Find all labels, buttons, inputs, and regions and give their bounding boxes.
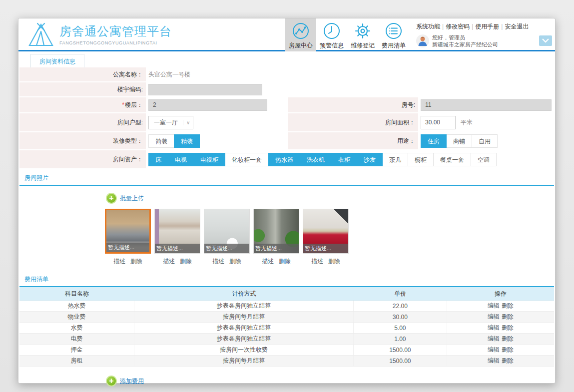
asset-aircon[interactable]: 空调 <box>471 153 497 166</box>
photo-delete-link[interactable]: 删除 <box>130 258 142 265</box>
nav-item-fee-list[interactable]: 费用清单 <box>378 18 409 51</box>
asset-tv[interactable]: 电视 <box>168 153 194 166</box>
photo-bathroom[interactable]: 暂无描述... <box>204 209 250 254</box>
photo-thumb-kitchen: 暂无描述... 描述 删除 <box>303 209 349 266</box>
edit-fee-link[interactable]: 编辑 <box>488 357 500 365</box>
photo-caption: 暂无描述... <box>303 244 348 253</box>
col-subject: 科目名称 <box>19 290 134 298</box>
photo-thumb-bathroom: 暂无描述... 描述 删除 <box>204 209 250 266</box>
room-type-select[interactable]: 一室一厅 ∨ <box>148 116 193 129</box>
apartment-name-value: 头宫公寓一号楼 <box>148 70 190 79</box>
link-safe-logout[interactable]: 安全退出 <box>505 23 529 30</box>
account-area: 系统功能|修改密码|使用手册|安全退出 您好，管理员 新疆城市之家房产经纪公司 <box>416 18 535 48</box>
usage-option-shop[interactable]: 商铺 <box>446 134 472 148</box>
assets-label: 房间资产： <box>19 150 146 168</box>
edit-fee-link[interactable]: 编辑 <box>488 302 500 310</box>
decoration-option-simple[interactable]: 简装 <box>148 134 174 148</box>
nav-item-house-center[interactable]: 房屋中心 <box>285 18 316 51</box>
fee-row-water: 水费 抄表各房间独立结算 5.00 编辑 删除 <box>19 323 554 334</box>
decoration-label: 装修类型： <box>19 132 146 149</box>
collapse-header-button[interactable] <box>539 35 552 46</box>
photo-describe-link[interactable]: 描述 <box>262 258 274 265</box>
user-info: 您好，管理员 新疆城市之家房产经纪公司 <box>416 34 535 48</box>
nav-item-alert-info[interactable]: 预警信息 <box>316 18 347 51</box>
room-area-unit: 平米 <box>461 118 473 127</box>
link-system-functions[interactable]: 系统功能 <box>416 23 440 30</box>
gear-repair-icon <box>347 21 378 41</box>
building-code-label: 楼宇编码: <box>19 82 146 96</box>
photo-describe-link[interactable]: 描述 <box>311 258 323 265</box>
top-links: 系统功能|修改密码|使用手册|安全退出 <box>416 22 535 31</box>
asset-bed[interactable]: 床 <box>148 153 168 166</box>
select-chevron-icon: ∨ <box>183 120 190 125</box>
link-change-password[interactable]: 修改密码 <box>446 23 470 30</box>
photo-thumbnails: 暂无描述... 描述 删除 暂无描述... 描述 删除 暂无描述... 描述 删… <box>105 209 555 266</box>
asset-tea-table[interactable]: 茶几 <box>382 153 408 166</box>
delete-fee-link[interactable]: 删除 <box>502 313 514 321</box>
batch-upload-link[interactable]: 批量上传 <box>120 194 144 203</box>
asset-wardrobe[interactable]: 衣柜 <box>331 153 357 166</box>
asset-tv-cabinet[interactable]: 电视柜 <box>193 153 225 166</box>
photo-caption: 暂无描述... <box>204 244 249 253</box>
delete-fee-link[interactable]: 删除 <box>502 324 514 332</box>
photo-caption: 暂无描述... <box>254 244 299 253</box>
fee-table-header: 科目名称 计价方式 单价 操作 <box>19 287 554 301</box>
asset-dining-set[interactable]: 餐桌一套 <box>433 153 471 166</box>
room-area-label: 房间面积： <box>288 113 418 131</box>
delete-fee-link[interactable]: 删除 <box>502 302 514 310</box>
photo-caption: 暂无描述... <box>155 244 200 253</box>
decoration-option-fine[interactable]: 精装 <box>174 134 200 148</box>
photo-empty-room[interactable]: 暂无描述... <box>154 209 200 254</box>
photo-thumb-empty-room: 暂无描述... 描述 删除 <box>154 209 200 266</box>
add-fee-plus-icon[interactable]: + <box>106 376 117 387</box>
photo-describe-link[interactable]: 描述 <box>212 258 224 265</box>
nav-item-repair-register[interactable]: 维修登记 <box>347 18 378 51</box>
edit-fee-link[interactable]: 编辑 <box>488 346 500 354</box>
photo-living-room[interactable]: 暂无描述... <box>105 209 151 254</box>
delete-fee-link[interactable]: 删除 <box>502 357 514 365</box>
photo-kitchen[interactable]: 暂无描述... <box>303 209 349 254</box>
edit-fee-link[interactable]: 编辑 <box>488 324 500 332</box>
house-center-chart-icon <box>285 21 316 41</box>
room-no-label: 房号: <box>288 97 418 112</box>
col-actions: 操作 <box>447 290 554 298</box>
header-right: 房屋中心 预警信息 <box>285 18 552 51</box>
link-user-manual[interactable]: 使用手册 <box>475 23 499 30</box>
edit-fee-link[interactable]: 编辑 <box>488 335 500 343</box>
asset-cupboard[interactable]: 橱柜 <box>408 153 434 166</box>
room-area-input[interactable] <box>421 116 456 129</box>
photo-describe-link[interactable]: 描述 <box>113 258 125 265</box>
photo-delete-link[interactable]: 删除 <box>229 258 241 265</box>
photo-delete-link[interactable]: 删除 <box>180 258 192 265</box>
edit-fee-link[interactable]: 编辑 <box>488 313 500 321</box>
building-code-field <box>148 84 262 95</box>
asset-water-heater[interactable]: 热水器 <box>268 153 300 166</box>
photo-delete-link[interactable]: 删除 <box>328 258 340 265</box>
usage-option-residence[interactable]: 住房 <box>421 134 447 148</box>
chevron-down-icon <box>542 38 549 43</box>
room-no-field: 11 <box>421 99 552 111</box>
app-header: 房舍通公寓管理平台 FANGSHETONGGONGYUGUANLIPINGTAI <box>18 18 555 51</box>
photo-thumb-hallway: 暂无描述... 描述 删除 <box>253 209 299 266</box>
delete-fee-link[interactable]: 删除 <box>502 335 514 343</box>
photo-caption: 暂无描述... <box>106 243 149 252</box>
fee-row-deposit: 押金 按房间一次性收费 1500.00 编辑 删除 <box>19 345 554 356</box>
room-info-form: 公寓名称： 头宫公寓一号楼 楼宇编码: * 楼层： 2 房号: 11 <box>19 67 554 168</box>
add-fee-link[interactable]: 添加费用 <box>120 377 144 386</box>
asset-washer[interactable]: 洗衣机 <box>300 153 332 166</box>
app-title: 房舍通公寓管理平台 <box>59 23 172 39</box>
asset-options: 床 电视 电视柜 化妆柜一套 热水器 洗衣机 衣柜 沙发 茶几 橱柜 餐桌一套 … <box>148 153 496 166</box>
photo-describe-link[interactable]: 描述 <box>163 258 175 265</box>
photo-hallway[interactable]: 暂无描述... <box>253 209 299 254</box>
user-greeting: 您好，管理员 <box>432 34 498 41</box>
decoration-options: 简装 精装 <box>148 134 199 148</box>
batch-upload-plus-icon[interactable]: + <box>106 193 117 204</box>
delete-fee-link[interactable]: 删除 <box>502 346 514 354</box>
floor-field: 2 <box>148 99 267 111</box>
photos-section-title: 房间照片 <box>19 169 554 186</box>
usage-option-self[interactable]: 自用 <box>472 134 498 148</box>
photo-delete-link[interactable]: 删除 <box>279 258 291 265</box>
asset-sofa[interactable]: 沙发 <box>357 153 383 166</box>
col-price: 单价 <box>354 290 447 298</box>
asset-dresser-set[interactable]: 化妆柜一套 <box>225 153 269 166</box>
